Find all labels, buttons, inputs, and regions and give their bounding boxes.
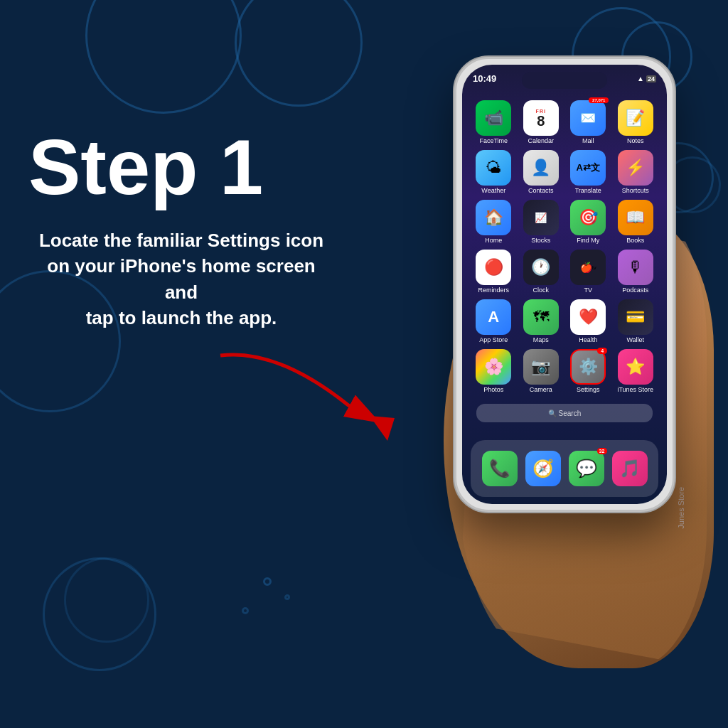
app-settings[interactable]: ⚙️ 4 Settings bbox=[567, 349, 609, 393]
app-appletv[interactable]: 🍎tv TV bbox=[567, 250, 609, 294]
step-description: Locate the familiar Settings iconon your… bbox=[28, 228, 334, 331]
app-podcasts[interactable]: 🎙 Podcasts bbox=[615, 250, 657, 294]
dock-messages-icon[interactable]: 💬 32 bbox=[569, 451, 604, 486]
app-contacts[interactable]: 👤 Contacts bbox=[520, 150, 562, 194]
app-camera[interactable]: 📷 Camera bbox=[520, 349, 562, 393]
search-bar[interactable]: 🔍 Search bbox=[476, 404, 653, 422]
app-home[interactable]: 🏠 Home bbox=[473, 200, 515, 244]
battery-icon: 24 bbox=[646, 75, 656, 82]
health-icon[interactable]: ❤️ bbox=[570, 299, 606, 335]
shortcuts-icon[interactable]: ⚡ bbox=[618, 150, 653, 186]
wifi-icon: ▲ bbox=[637, 75, 644, 82]
dock-messages[interactable]: 💬 32 bbox=[569, 451, 604, 486]
stocks-icon[interactable]: 📈 bbox=[523, 200, 559, 235]
app-itunesstore[interactable]: ⭐ iTunes Store bbox=[615, 349, 657, 393]
svg-marker-1 bbox=[370, 416, 395, 441]
app-reminders[interactable]: 🔴 Reminders bbox=[473, 250, 515, 294]
books-icon[interactable]: 📖 bbox=[618, 200, 653, 235]
dock-music-icon[interactable]: 🎵 bbox=[612, 451, 648, 486]
clock-icon[interactable]: 🕐 bbox=[523, 250, 559, 285]
photos-icon[interactable]: 🌸 bbox=[476, 349, 511, 385]
calendar-icon[interactable]: FRI 8 bbox=[523, 100, 559, 136]
app-facetime[interactable]: 📹 FaceTime bbox=[473, 100, 515, 144]
contacts-icon[interactable]: 👤 bbox=[523, 150, 559, 186]
phone-notch bbox=[522, 72, 607, 89]
app-mail[interactable]: ✉️ 27,071 Mail bbox=[567, 100, 609, 144]
app-weather[interactable]: 🌤 Weather bbox=[473, 150, 515, 194]
weather-icon[interactable]: 🌤 bbox=[476, 150, 511, 186]
appletv-icon[interactable]: 🍎tv bbox=[570, 250, 606, 285]
phone-container: 10:49 ▲ 24 📹 FaceTime FRI 8 bbox=[415, 57, 714, 668]
app-photos[interactable]: 🌸 Photos bbox=[473, 349, 515, 393]
dock-phone-icon[interactable]: 📞 bbox=[482, 451, 518, 486]
phone-frame: 10:49 ▲ 24 📹 FaceTime FRI 8 bbox=[454, 57, 675, 512]
dock-phone[interactable]: 📞 bbox=[482, 451, 518, 486]
app-wallet[interactable]: 💳 Wallet bbox=[615, 299, 657, 343]
app-appstore[interactable]: A App Store bbox=[473, 299, 515, 343]
app-calendar[interactable]: FRI 8 Calendar bbox=[520, 100, 562, 144]
reminders-icon[interactable]: 🔴 bbox=[476, 250, 511, 285]
home-icon[interactable]: 🏠 bbox=[476, 200, 511, 235]
app-shortcuts[interactable]: ⚡ Shortcuts bbox=[615, 150, 657, 194]
camera-icon[interactable]: 📷 bbox=[523, 349, 559, 385]
notes-icon[interactable]: 📝 bbox=[618, 100, 653, 136]
itunesstore-icon[interactable]: ⭐ bbox=[618, 349, 653, 385]
translate-icon[interactable]: A⇄文 bbox=[570, 150, 606, 186]
mail-icon[interactable]: ✉️ 27,071 bbox=[570, 100, 606, 136]
status-time: 10:49 bbox=[473, 73, 496, 84]
appstore-icon[interactable]: A bbox=[476, 299, 511, 335]
podcasts-icon[interactable]: 🎙 bbox=[618, 250, 653, 285]
dock-music[interactable]: 🎵 bbox=[612, 451, 648, 486]
status-icons: ▲ 24 bbox=[637, 75, 656, 82]
app-notes[interactable]: 📝 Notes bbox=[615, 100, 657, 144]
dock-safari[interactable]: 🧭 bbox=[525, 451, 561, 486]
app-grid: 📹 FaceTime FRI 8 Calendar ✉️ 27,071 Mail bbox=[469, 97, 660, 397]
wallet-icon[interactable]: 💳 bbox=[618, 299, 653, 335]
app-health[interactable]: ❤️ Health bbox=[567, 299, 609, 343]
maps-icon[interactable]: 🗺 bbox=[523, 299, 559, 335]
search-bar-label: 🔍 Search bbox=[548, 410, 581, 417]
dock-safari-icon[interactable]: 🧭 bbox=[525, 451, 561, 486]
findmy-icon[interactable]: 🎯 bbox=[570, 200, 606, 235]
left-content: Step 1 Locate the familiar Settings icon… bbox=[28, 128, 334, 331]
app-translate[interactable]: A⇄文 Translate bbox=[567, 150, 609, 194]
app-findmy[interactable]: 🎯 Find My bbox=[567, 200, 609, 244]
phone-screen: 10:49 ▲ 24 📹 FaceTime FRI 8 bbox=[462, 65, 667, 504]
settings-icon[interactable]: ⚙️ 4 bbox=[570, 349, 606, 385]
phone-dock: 📞 🧭 💬 32 🎵 bbox=[471, 440, 658, 497]
facetime-icon[interactable]: 📹 bbox=[476, 100, 511, 136]
app-clock[interactable]: 🕐 Clock bbox=[520, 250, 562, 294]
junes-store-label: Junes Store bbox=[677, 487, 685, 529]
app-stocks[interactable]: 📈 Stocks bbox=[520, 200, 562, 244]
step-title: Step 1 bbox=[28, 128, 334, 206]
app-books[interactable]: 📖 Books bbox=[615, 200, 657, 244]
app-maps[interactable]: 🗺 Maps bbox=[520, 299, 562, 343]
